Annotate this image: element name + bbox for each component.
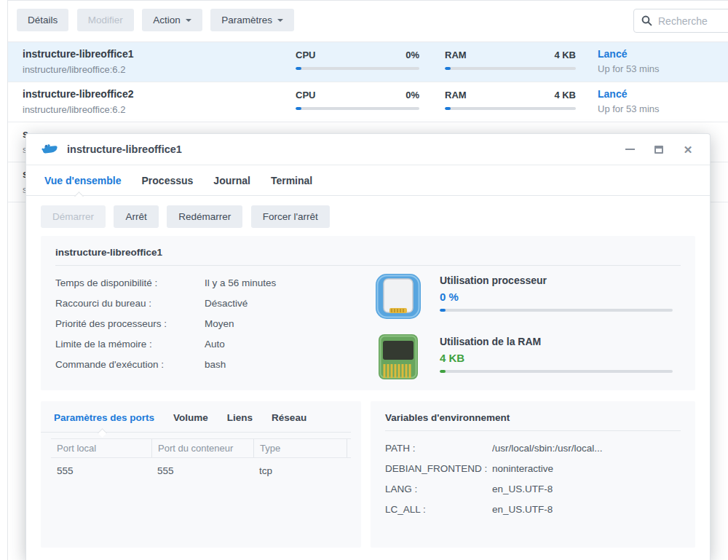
status-badge: Lancé [598, 48, 660, 60]
ram-value: 4 KB [554, 50, 576, 60]
env-var-value: /usr/local/sbin:/usr/local... [492, 443, 603, 454]
container-name: instructure-libreoffice1 [23, 48, 133, 60]
ports-panel: Paramètres des ports Volume Liens Réseau… [41, 401, 361, 548]
restart-button[interactable]: Redémarrer [167, 205, 242, 228]
overview-panel-title: instructure-libreoffice1 [55, 247, 681, 258]
env-var-value: en_US.UTF-8 [492, 484, 553, 494]
status-badge: Lancé [598, 88, 660, 100]
detail-value: Désactivé [205, 298, 248, 309]
column-header-local-port: Port local [51, 439, 151, 457]
container-image: instructure/libreoffice:6.2 [23, 64, 125, 75]
ram-usage-bar [440, 370, 673, 373]
action-dropdown-button[interactable]: Action [142, 9, 202, 31]
env-var-name: DEBIAN_FRONTEND : [385, 463, 492, 474]
cpu-icon [374, 272, 422, 320]
search-box[interactable] [633, 9, 728, 33]
environment-panel: Variables d'environnement PATH :/usr/loc… [371, 401, 695, 548]
cpu-value: 0% [405, 90, 419, 100]
column-header-type: Type [253, 439, 347, 457]
docker-whale-icon [41, 143, 58, 157]
type-cell: tcp [253, 458, 347, 481]
tab-links[interactable]: Liens [227, 412, 253, 423]
search-icon [641, 15, 652, 26]
status-group: Lancé Up for 53 mins [598, 48, 660, 74]
container-row-libreoffice1[interactable]: instructure-libreoffice1 instructure/lib… [8, 42, 728, 82]
stop-button[interactable]: Arrêt [114, 205, 158, 228]
toolbar: Détails Modifier Action Paramètres [8, 1, 728, 42]
overview-panel: instructure-libreoffice1 Temps de dispon… [41, 236, 695, 390]
close-icon: ✕ [684, 144, 693, 155]
container-port-cell: 555 [151, 458, 253, 481]
environment-variables-list: PATH :/usr/local/sbin:/usr/local... DEBI… [385, 443, 681, 515]
status-group: Lancé Up for 53 mins [598, 88, 660, 114]
env-var-value: en_US.UTF-8 [492, 504, 553, 515]
modify-button[interactable]: Modifier [77, 9, 134, 31]
cpu-usage-bar [440, 309, 673, 312]
search-input[interactable] [658, 15, 724, 27]
ram-usage-gauge: Utilisation de la RAM 4 KB [374, 334, 680, 373]
details-button[interactable]: Détails [17, 9, 68, 31]
detail-value: Auto [205, 339, 225, 350]
cpu-label: CPU [296, 90, 315, 100]
close-button[interactable]: ✕ [682, 143, 694, 155]
ram-usage-value: 4 KB [440, 352, 680, 364]
column-header-container-port: Port du conteneur [151, 439, 253, 457]
settings-dropdown-button[interactable]: Paramètres [210, 9, 294, 31]
chevron-down-icon [277, 19, 283, 22]
tab-overview[interactable]: Vue d'ensemble [44, 175, 122, 186]
local-port-cell: 555 [51, 458, 151, 481]
detail-value: Moyen [205, 318, 234, 329]
detail-label: Temps de disponibilité : [55, 277, 205, 288]
ram-usage-title: Utilisation de la RAM [440, 336, 680, 347]
cpu-stat: CPU0% [296, 50, 419, 70]
container-row-libreoffice2[interactable]: instructure-libreoffice2 instructure/lib… [8, 82, 728, 122]
tab-network[interactable]: Réseau [272, 412, 306, 423]
env-var-name: LANG : [385, 484, 492, 494]
env-var-name: PATH : [385, 443, 492, 454]
ports-table: Port local Port du conteneur Type 555 55… [51, 438, 351, 481]
environment-panel-title: Variables d'environnement [385, 412, 681, 423]
tab-port-settings[interactable]: Paramètres des ports [54, 412, 154, 423]
cpu-progress-bar [296, 107, 419, 110]
cpu-progress-bar [296, 67, 419, 70]
ram-value: 4 KB [554, 90, 576, 100]
start-button[interactable]: Démarrer [41, 205, 106, 228]
cpu-label: CPU [296, 50, 315, 60]
force-stop-button[interactable]: Forcer l'arrêt [251, 205, 330, 228]
minimize-button[interactable] [624, 143, 636, 155]
active-tab-notch [98, 428, 107, 438]
cpu-stat: CPU0% [296, 90, 419, 110]
cpu-usage-title: Utilisation processeur [440, 275, 680, 286]
tab-terminal[interactable]: Terminal [271, 175, 312, 186]
spacer-cell [347, 458, 358, 481]
detail-value: bash [205, 359, 226, 370]
minimize-icon [625, 149, 635, 150]
cpu-value: 0% [405, 50, 419, 60]
ports-panel-tabs: Paramètres des ports Volume Liens Réseau [41, 401, 351, 433]
detail-label: Priorité des processeurs : [55, 318, 205, 329]
tab-log[interactable]: Journal [213, 175, 250, 186]
uptime-label: Up for 53 mins [598, 103, 660, 114]
container-image: instructure/libreoffice:6.2 [23, 104, 125, 115]
ports-table-row[interactable]: 555 555 tcp [51, 458, 351, 481]
action-dropdown-label: Action [153, 15, 181, 25]
ram-label: RAM [445, 50, 467, 60]
uptime-label: Up for 53 mins [598, 63, 660, 74]
maximize-button[interactable] [653, 143, 665, 155]
chevron-down-icon [186, 19, 191, 22]
cpu-usage-gauge: Utilisation processeur 0 % [374, 272, 680, 312]
ram-stat: RAM4 KB [445, 90, 576, 110]
maximize-icon [654, 146, 663, 154]
settings-dropdown-label: Paramètres [221, 15, 272, 25]
ram-progress-bar [445, 107, 576, 110]
dialog-tabs: Vue d'ensemble Processus Journal Termina… [26, 165, 710, 196]
detail-label: Limite de la mémoire : [55, 339, 205, 350]
ports-table-header: Port local Port du conteneur Type [51, 438, 351, 458]
tab-process[interactable]: Processus [142, 175, 194, 186]
ram-label: RAM [445, 90, 467, 100]
ram-icon [374, 334, 422, 382]
tab-volume[interactable]: Volume [173, 412, 208, 423]
detail-label: Raccourci du bureau : [55, 298, 205, 309]
window-controls: ✕ [624, 134, 694, 165]
container-details-dialog: instructure-libreoffice1 ✕ Vue d'ensembl… [25, 133, 711, 560]
